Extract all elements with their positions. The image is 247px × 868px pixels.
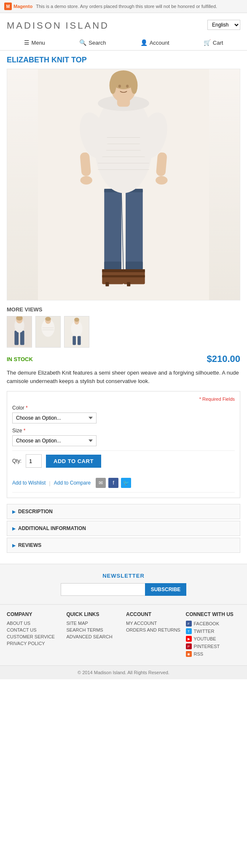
accordion-reviews: ▶ REVIEWS xyxy=(7,538,240,553)
thumbnail-img-1 xyxy=(7,316,32,347)
svg-rect-12 xyxy=(124,275,145,277)
svg-rect-11 xyxy=(102,275,124,277)
svg-rect-53 xyxy=(78,336,81,345)
facebook-share-icon[interactable]: f xyxy=(108,478,118,488)
logo-sub: ISLAND xyxy=(65,20,109,31)
newsletter-title: NEWSLETTER xyxy=(7,573,240,579)
nav-cart[interactable]: 🛒 Cart xyxy=(200,38,227,48)
svg-rect-37 xyxy=(14,331,19,345)
footer-col-account: ACCOUNT MY ACCOUNT ORDERS AND RETURNS xyxy=(126,611,181,659)
top-banner: M Magento This is a demo store. Any orde… xyxy=(0,0,247,13)
accordion-description-header[interactable]: ▶ DESCRIPTION xyxy=(7,504,240,519)
accordion-additional-header[interactable]: ▶ ADDITIONAL INFORMATION xyxy=(7,521,240,536)
magento-logo: M Magento xyxy=(4,3,32,10)
color-option: Color * Choose an Option... xyxy=(12,405,235,428)
color-label: Color * xyxy=(12,405,235,411)
action-divider: | xyxy=(49,480,50,486)
accordion-description-label: DESCRIPTION xyxy=(18,509,53,514)
footer-twitter-link[interactable]: t TWITTER xyxy=(186,628,241,634)
footer-privacy-policy[interactable]: PRIVACY POLICY xyxy=(7,641,62,646)
thumbnail-2[interactable] xyxy=(35,316,61,348)
more-views-title: MORE VIEWS xyxy=(7,306,240,313)
thumbnail-img-2 xyxy=(36,316,60,347)
twitter-icon: t xyxy=(186,628,192,634)
magento-text: Magento xyxy=(13,4,32,9)
newsletter-row: SUBSCRIBE xyxy=(7,583,240,596)
footer-pinterest-link[interactable]: P PINTEREST xyxy=(186,643,241,649)
qty-label: Qty: xyxy=(12,458,21,464)
size-option: Size * Choose an Option... xyxy=(12,428,235,450)
add-to-compare-link[interactable]: Add to Compare xyxy=(54,480,91,486)
newsletter-email-input[interactable] xyxy=(61,583,145,596)
footer-orders-returns[interactable]: ORDERS AND RETURNS xyxy=(126,627,181,632)
qty-input[interactable] xyxy=(26,454,42,468)
thumbnail-1[interactable] xyxy=(7,316,32,348)
options-box: * Required Fields Color * Choose an Opti… xyxy=(7,391,240,498)
add-to-wishlist-link[interactable]: Add to Wishlist xyxy=(12,480,46,486)
youtube-label: YOUTUBE xyxy=(194,636,216,641)
nav-menu[interactable]: ☰ Menu xyxy=(21,38,49,48)
footer-rss-link[interactable]: ◉ RSS xyxy=(186,651,241,657)
size-select[interactable]: Choose an Option... xyxy=(12,435,97,446)
accordion-description-arrow: ▶ xyxy=(12,509,16,514)
header-top: MADISON ISLAND English French German xyxy=(7,18,240,32)
footer-advanced-search[interactable]: ADVANCED SEARCH xyxy=(67,634,121,639)
facebook-label: FACEBOOK xyxy=(194,621,220,626)
email-share-icon[interactable]: ✉ xyxy=(96,478,106,488)
footer-facebook-link[interactable]: f FACEBOOK xyxy=(186,621,241,627)
footer-customer-service[interactable]: CUSTOMER SERVICE xyxy=(7,634,62,639)
facebook-icon: f xyxy=(186,621,192,627)
account-icon: 👤 xyxy=(140,39,148,46)
twitter-share-icon[interactable]: 🐦 xyxy=(121,478,131,488)
banner-notice: This is a demo store. Any orders placed … xyxy=(36,4,217,9)
svg-point-45 xyxy=(45,317,51,321)
site-logo: MADISON ISLAND xyxy=(7,18,109,32)
nav-search-label: Search xyxy=(89,40,106,46)
svg-rect-14 xyxy=(127,282,130,286)
svg-rect-13 xyxy=(105,282,109,286)
accordion-additional-arrow: ▶ xyxy=(12,526,16,531)
footer-search-terms[interactable]: SEARCH TERMS xyxy=(67,627,121,632)
svg-point-34 xyxy=(118,85,121,88)
magento-icon: M xyxy=(4,3,12,10)
footer-contact-us[interactable]: CONTACT US xyxy=(7,627,62,632)
footer-company-title: COMPANY xyxy=(7,611,62,617)
svg-point-51 xyxy=(74,318,79,322)
footer-about-us[interactable]: ABOUT US xyxy=(7,621,62,626)
footer-youtube-link[interactable]: ▶ YOUTUBE xyxy=(186,636,241,642)
footer-col-company: COMPANY ABOUT US CONTACT US CUSTOMER SER… xyxy=(7,611,62,659)
nav-account[interactable]: 👤 Account xyxy=(137,38,173,48)
svg-point-32 xyxy=(110,77,116,94)
svg-rect-6 xyxy=(126,262,143,269)
add-to-cart-button[interactable]: ADD TO CART xyxy=(46,455,101,468)
svg-rect-52 xyxy=(72,336,76,345)
accordion-additional-label: ADDITIONAL INFORMATION xyxy=(18,525,86,531)
svg-rect-10 xyxy=(124,269,145,272)
nav-search[interactable]: 🔍 Search xyxy=(76,38,109,48)
menu-icon: ☰ xyxy=(24,39,30,46)
cart-row: Qty: ADD TO CART xyxy=(12,450,235,471)
product-image-svg xyxy=(7,69,240,300)
cart-icon: 🛒 xyxy=(204,39,211,46)
product-main-image xyxy=(7,69,240,300)
thumbnail-3[interactable] xyxy=(64,316,89,348)
accordion: ▶ DESCRIPTION ▶ ADDITIONAL INFORMATION ▶… xyxy=(7,504,240,553)
svg-rect-5 xyxy=(104,262,121,269)
footer-col-quicklinks: QUICK LINKS SITE MAP SEARCH TERMS ADVANC… xyxy=(67,611,121,659)
site-header: MADISON ISLAND English French German ☰ M… xyxy=(0,13,247,51)
price-row: IN STOCK $210.00 xyxy=(7,354,240,364)
accordion-reviews-header[interactable]: ▶ REVIEWS xyxy=(7,538,240,552)
svg-rect-1 xyxy=(104,189,121,274)
size-required: * xyxy=(24,428,26,434)
subscribe-button[interactable]: SUBSCRIBE xyxy=(145,583,187,596)
copyright-text: © 2014 Madison Island. All Rights Reserv… xyxy=(78,670,169,675)
footer-col-connect: CONNECT WITH US f FACEBOOK t TWITTER ▶ Y… xyxy=(186,611,241,659)
product-description: The demure Elizabeth Knit features a sem… xyxy=(7,369,240,385)
footer-sitemap[interactable]: SITE MAP xyxy=(67,621,121,626)
in-stock-badge: IN STOCK xyxy=(7,356,33,362)
product-price: $210.00 xyxy=(207,354,240,364)
copyright: © 2014 Madison Island. All Rights Reserv… xyxy=(0,665,247,679)
language-selector[interactable]: English French German xyxy=(207,20,240,30)
footer-my-account[interactable]: MY ACCOUNT xyxy=(126,621,181,626)
color-select[interactable]: Choose an Option... xyxy=(12,413,97,423)
